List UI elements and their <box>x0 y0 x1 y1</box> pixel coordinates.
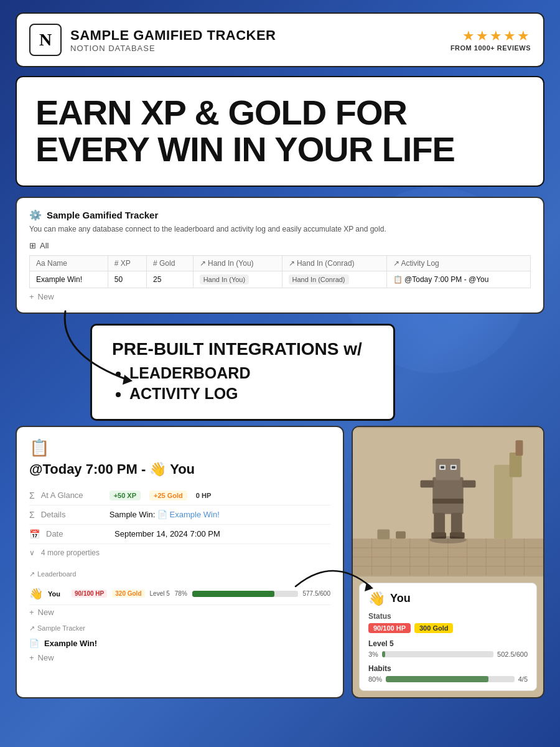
view-all-label: All <box>40 241 49 250</box>
arrow-svg <box>53 305 165 386</box>
sample-tracker-section-label: Sample Tracker <box>37 624 85 632</box>
sigma-icon-1: Σ <box>29 491 35 500</box>
activity-title: @Today 7:00 PM - 👋 You <box>29 461 330 477</box>
logo-letter: N <box>39 30 52 50</box>
svg-rect-24 <box>451 512 462 534</box>
bottom-section: 📋 @Today 7:00 PM - 👋 You Σ At A Glance +… <box>16 426 544 698</box>
star-rating: ★★★★★ <box>450 28 531 44</box>
char-status-label: Status <box>368 612 528 621</box>
char-habits-label: Habits <box>368 664 528 673</box>
handin-conrad-tag: Hand In (Conrad) <box>289 275 349 284</box>
habit-score: 4/5 <box>518 675 528 683</box>
notion-db-card: ⚙️ Sample Gamified Tracker You can make … <box>16 197 544 314</box>
date-value: September 14, 2024 7:00 PM <box>114 529 220 538</box>
tracker-item: 📄 Example Win! <box>29 636 330 651</box>
plus-icon-tracker: + <box>29 653 34 662</box>
lb-user-name: You <box>48 590 67 598</box>
lb-progress-bar <box>192 591 298 597</box>
char-progress-fill <box>382 651 385 657</box>
col-activity: ↗ Activity Log <box>386 255 530 271</box>
svg-rect-27 <box>432 499 463 504</box>
add-new-row[interactable]: + New <box>29 292 531 301</box>
header-left: N SAMPLE GAMIFIED TRACKER NOTION DATABAS… <box>29 24 276 56</box>
col-handin-you: ↗ Hand In (You) <box>193 255 282 271</box>
new-row-label: New <box>38 292 54 301</box>
char-progress-pct: 3% <box>368 651 378 658</box>
example-win-link[interactable]: Example Win! <box>170 510 220 519</box>
gold-badge: +25 Gold <box>149 491 187 500</box>
db-description: You can make any database connect to the… <box>29 225 531 233</box>
lb-progress-fill <box>192 591 274 597</box>
svg-rect-19 <box>441 466 444 468</box>
integration-item-leaderboard: LEADERBOARD <box>129 364 373 382</box>
xp-badge: +50 XP <box>110 491 141 500</box>
header-text-block: SAMPLE GAMIFIED TRACKER NOTION DATABASE <box>70 27 276 53</box>
cell-handin-you: Hand In (You) <box>193 271 282 288</box>
cell-activity: 📋 @Today 7:00 PM - @You <box>386 271 530 288</box>
svg-rect-22 <box>462 480 476 487</box>
grid-icon: ⊞ <box>29 241 36 250</box>
habit-progress-bar <box>386 676 515 682</box>
date-row: 📅 Date September 14, 2024 7:00 PM <box>29 525 330 544</box>
hp-badge: 0 HP <box>196 492 211 499</box>
review-count: FROM 1000+ REVIEWS <box>450 44 531 52</box>
calendar-icon: 📅 <box>29 529 40 539</box>
more-props-label: 4 more properties <box>41 548 100 557</box>
col-gold: # Gold <box>147 255 194 271</box>
notion-logo: N <box>29 24 62 56</box>
char-gold-stat: 300 Gold <box>414 623 453 633</box>
cell-gold: 25 <box>147 271 194 288</box>
col-xp: # XP <box>108 255 146 271</box>
char-level: Level 5 <box>368 639 528 648</box>
char-hp-stat: 90/100 HP <box>368 623 411 633</box>
lb-pct: 78% <box>175 590 187 597</box>
integration-item-activity: ACTIVITY LOG <box>129 385 373 403</box>
habit-progress-fill <box>386 676 488 682</box>
char-progress-bar <box>382 651 493 657</box>
lb-user-avatar: 👋 <box>29 587 43 601</box>
cell-name: Example Win! <box>30 271 108 288</box>
char-score: 502.5/600 <box>497 651 528 658</box>
char-name: You <box>390 592 411 605</box>
lb-gold-badge: 320 Gold <box>112 590 144 598</box>
lb-new-label: New <box>38 608 54 617</box>
db-table: Aa Name # XP # Gold ↗ Hand In (You) ↗ Ha… <box>29 255 531 288</box>
hero-line1: EARN XP & GOLD FOR <box>35 95 525 131</box>
char-name-row: 👋 You <box>368 591 528 607</box>
bottom-arrow-svg <box>283 549 376 599</box>
sigma-icon-2: Σ <box>29 510 35 520</box>
db-name: Sample Gamified Tracker <box>47 210 158 220</box>
handin-you-tag: Hand In (You) <box>200 275 249 284</box>
char-info-panel: 👋 You Status 90/100 HP 300 Gold Level 5 … <box>359 583 537 691</box>
cell-handin-conrad: Hand In (Conrad) <box>282 271 386 288</box>
cell-xp: 50 <box>108 271 146 288</box>
hero-text: EARN XP & GOLD FOR EVERY WIN IN YOUR LIF… <box>35 95 525 168</box>
character-panel: 👋 You Status 90/100 HP 300 Gold Level 5 … <box>352 426 544 698</box>
character-sprite <box>353 427 543 576</box>
relation-icon-2: ↗ <box>29 624 35 632</box>
db-settings-icon: ⚙️ <box>29 209 42 221</box>
header-card: N SAMPLE GAMIFIED TRACKER NOTION DATABAS… <box>16 12 544 67</box>
lb-level: Level 5 <box>150 590 170 597</box>
pixel-art-area <box>353 427 543 576</box>
hero-line2: EVERY WIN IN YOUR LIFE <box>35 131 525 168</box>
svg-rect-30 <box>516 440 523 456</box>
app-subtitle: NOTION DATABASE <box>70 44 276 53</box>
tracker-add-new[interactable]: + New <box>29 653 330 662</box>
tracker-new-label: New <box>38 653 54 662</box>
table-row: Example Win! 50 25 Hand In (You) Hand In… <box>30 271 531 288</box>
svg-rect-21 <box>421 480 434 487</box>
date-label: Date <box>46 529 108 538</box>
db-header: ⚙️ Sample Gamified Tracker <box>29 209 531 221</box>
lb-add-new[interactable]: + New <box>29 608 330 617</box>
tracker-item-name: Example Win! <box>44 639 97 648</box>
at-a-glance-label: At A Glance <box>41 491 103 500</box>
svg-rect-23 <box>434 512 445 534</box>
svg-marker-0 <box>123 375 133 385</box>
relation-icon: ↗ <box>29 570 35 578</box>
col-handin-conrad: ↗ Hand In (Conrad) <box>282 255 386 271</box>
hero-banner: EARN XP & GOLD FOR EVERY WIN IN YOUR LIF… <box>16 76 544 187</box>
char-progress-row: 3% 502.5/600 <box>368 651 528 658</box>
char-status-row: 90/100 HP 300 Gold <box>368 623 528 633</box>
svg-rect-15 <box>432 477 463 514</box>
